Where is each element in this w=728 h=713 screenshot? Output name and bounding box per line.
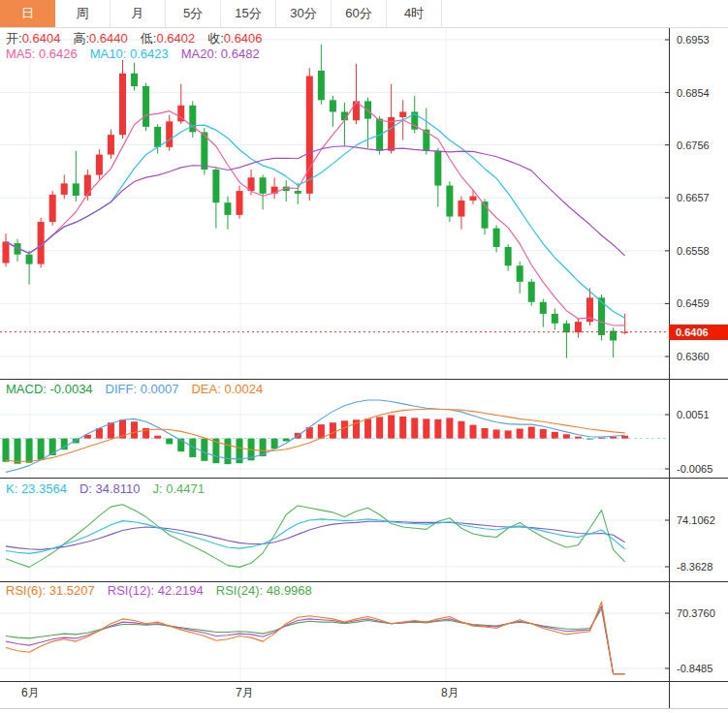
kdj-legend: K: 23.3564D: 34.8110J: 0.4471	[6, 481, 217, 496]
tab-day[interactable]: 日	[0, 0, 55, 27]
rsi12-value: RSI(12): 42.2194	[108, 583, 204, 598]
y-axis-label: -0.8485	[677, 663, 712, 674]
d-value: D: 34.8110	[79, 481, 141, 496]
y-axis-label: 0.6953	[677, 34, 710, 46]
y-axis-label: 0.6360	[677, 351, 710, 362]
rsi-legend: RSI(6): 31.5207RSI(12): 42.2194RSI(24): …	[6, 583, 325, 598]
x-axis-label-aug: 8月	[441, 685, 459, 701]
y-axis-label: 0.6756	[677, 140, 710, 151]
ma10-legend: MA10: 0.6423	[90, 46, 169, 61]
high-value: 0.6440	[89, 31, 128, 46]
y-axis-label: 74.1062	[677, 514, 715, 526]
y-axis-label: 0.0051	[677, 409, 710, 420]
tab-15min[interactable]: 15分	[221, 0, 276, 27]
open-value: 0.6404	[22, 31, 61, 46]
y-axis-label: -0.0065	[677, 463, 712, 475]
tab-5min[interactable]: 5分	[166, 0, 221, 27]
close-label: 收:	[207, 31, 224, 46]
main-ohlc-legend: 开:0.6404高:0.6440低:0.6402收:0.6406	[6, 30, 275, 47]
main-ma-legend: MA5: 0.6426MA10: 0.6423MA20: 0.6482	[6, 46, 272, 61]
tab-30min[interactable]: 30分	[276, 0, 332, 27]
tab-4hour[interactable]: 4时	[387, 0, 442, 27]
ma20-legend: MA20: 0.6482	[181, 46, 260, 61]
current-price-badge: 0.6406	[669, 325, 728, 340]
y-axis-label: 70.3760	[677, 607, 715, 619]
tab-month[interactable]: 月	[111, 0, 166, 27]
y-axis-label: 0.6854	[677, 87, 710, 99]
macd-value: MACD: -0.0034	[6, 382, 93, 396]
tab-60min[interactable]: 60分	[332, 0, 387, 27]
diff-value: DIFF: 0.0007	[106, 382, 179, 396]
y-axis-label: 0.6657	[677, 192, 710, 203]
open-label: 开:	[6, 31, 22, 46]
candlesticks	[3, 45, 629, 358]
rsi6-value: RSI(6): 31.5207	[6, 583, 95, 598]
y-axis-label: 0.6558	[677, 245, 710, 257]
y-axis-label: 0.6459	[677, 297, 710, 309]
timeframe-tabbar: 日周月5分15分30分60分4时	[0, 0, 728, 28]
low-value: 0.6402	[156, 31, 195, 46]
j-value: J: 0.4471	[153, 481, 206, 496]
k-value: K: 23.3564	[6, 481, 67, 496]
macd-legend: MACD: -0.0034DIFF: 0.0007DEA: 0.0024	[6, 382, 275, 396]
high-label: 高:	[73, 31, 89, 46]
x-axis-label-jun: 6月	[21, 685, 40, 701]
x-axis-label-jul: 7月	[236, 685, 254, 701]
chart-canvas[interactable]	[0, 0, 728, 713]
low-label: 低:	[141, 31, 157, 46]
y-axis-label: -8.3628	[677, 561, 712, 573]
close-value: 0.6406	[224, 31, 263, 46]
dea-value: DEA: 0.0024	[191, 382, 263, 396]
rsi24-value: RSI(24): 48.9968	[216, 583, 312, 598]
tab-week[interactable]: 周	[55, 0, 111, 27]
ma5-legend: MA5: 0.6426	[6, 46, 78, 61]
chart-svg	[0, 0, 728, 713]
